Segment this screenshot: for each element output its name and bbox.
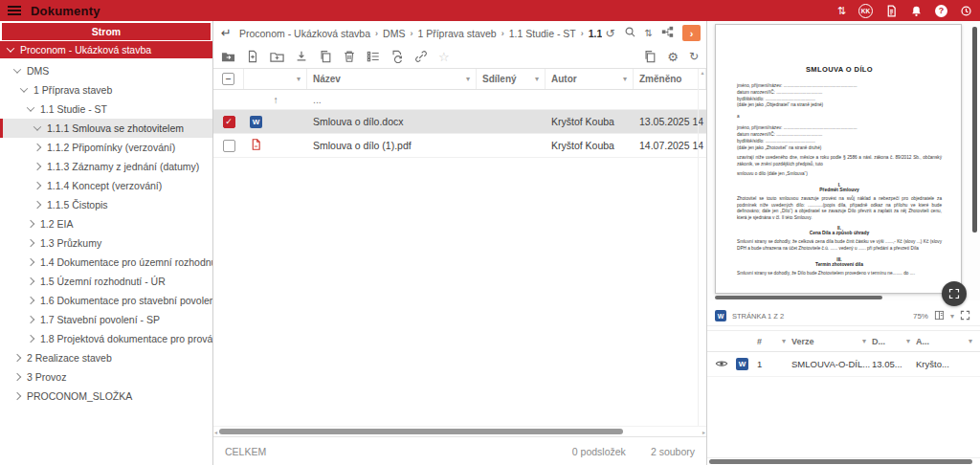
chevron-right-icon[interactable] (33, 163, 41, 170)
add-folder-icon[interactable] (270, 50, 284, 64)
breadcrumb-item[interactable]: Proconom - Ukázková stavba (239, 28, 370, 39)
chevron-down-icon[interactable] (27, 103, 34, 111)
chevron-down-icon[interactable] (33, 122, 41, 130)
chevron-right-icon[interactable] (27, 258, 34, 266)
user-avatar[interactable]: KK (858, 4, 873, 18)
checklist-icon[interactable] (367, 50, 380, 63)
filter-caret-icon[interactable]: ▾ (862, 337, 866, 346)
preview-vertical-scrollbar[interactable] (972, 27, 977, 232)
chevron-down-icon[interactable] (20, 84, 28, 92)
gear-icon[interactable]: ⚙ (667, 51, 679, 63)
breadcrumb-item[interactable]: DMS (383, 28, 405, 39)
download-icon[interactable] (295, 50, 308, 63)
tree-item[interactable]: 3 Provoz (0, 367, 212, 387)
column-version-number[interactable]: # (757, 337, 762, 346)
column-author[interactable]: Autor (551, 74, 577, 84)
chevron-down-icon[interactable] (7, 44, 14, 52)
filter-caret-icon[interactable]: ▾ (623, 75, 627, 83)
column-modified[interactable]: Změněno (639, 74, 681, 84)
breadcrumb-item[interactable]: 1.1 Studie - ST (509, 28, 576, 39)
tree-item[interactable]: 1 Příprava staveb (0, 80, 212, 100)
preview-horizontal-scrollbar[interactable] (715, 296, 882, 299)
select-all-checkbox[interactable]: – (222, 73, 234, 85)
row-checkbox[interactable] (223, 140, 235, 152)
filter-caret-icon[interactable]: ▾ (906, 337, 910, 346)
fullscreen-icon[interactable] (960, 310, 970, 322)
column-name[interactable]: Název (313, 74, 341, 84)
tree-item[interactable]: 1.5 Územní rozhodnutí - ÚR (0, 272, 212, 291)
layout-caret-icon[interactable]: ▾ (950, 312, 954, 321)
tree-item[interactable]: 1.1.4 Koncept (verzování) (0, 176, 212, 195)
tree-item[interactable]: 1.1.2 Připomínky (verzování) (0, 138, 212, 157)
tree-item[interactable]: Proconom - Ukázková stavba (0, 41, 212, 58)
tree-item[interactable]: 1.4 Dokumentace pro územní rozhodnutí DÚ… (0, 253, 212, 272)
move-to-folder-icon[interactable] (221, 50, 235, 64)
breadcrumb-item[interactable]: 1 Příprava staveb (417, 28, 496, 39)
back-icon[interactable]: ↵ (221, 26, 232, 40)
breadcrumb-item[interactable]: 1.1.1 Smlouva se zhotovitelem (589, 28, 602, 39)
favorite-star-icon[interactable]: ☆ (438, 51, 450, 63)
column-author[interactable]: A... (916, 337, 929, 346)
tree-item[interactable]: DMS (0, 61, 212, 80)
refresh-icon[interactable]: ↻ (689, 51, 699, 62)
tree-item[interactable]: PROCONOM_SLOŽKA (0, 387, 212, 406)
sort-icon[interactable]: ⇅ (645, 29, 653, 38)
chevron-down-icon[interactable] (13, 65, 21, 73)
copy-settings-icon[interactable] (643, 50, 657, 63)
add-file-icon[interactable] (246, 50, 259, 63)
chevron-right-icon[interactable] (33, 182, 41, 189)
tree-item[interactable]: 1.7 Stavební povolení - SP (0, 310, 212, 329)
copy-icon[interactable] (319, 50, 332, 63)
file-row[interactable]: Smlouva o dílo (1).pdfKryštof Kouba14.07… (213, 134, 706, 158)
parent-folder-row[interactable]: ↑ ... (213, 90, 706, 110)
file-row[interactable]: ✓WSmlouva o dílo.docxKryštof Kouba13.05.… (213, 110, 706, 134)
column-shared[interactable]: Sdílený (482, 74, 517, 84)
bell-icon[interactable] (910, 5, 923, 17)
chevron-right-icon[interactable] (33, 144, 41, 151)
history-clock-icon[interactable] (960, 5, 972, 17)
tree-item[interactable]: 1.1 Studie - ST (0, 100, 212, 119)
filter-caret-icon[interactable]: ▾ (782, 337, 786, 346)
row-checkbox[interactable]: ✓ (223, 116, 235, 128)
zoom-level[interactable]: 75% (913, 312, 928, 321)
chevron-right-icon[interactable] (13, 354, 21, 362)
column-version[interactable]: Verze (791, 337, 814, 346)
transfer-icon[interactable]: ⇅ (837, 6, 846, 16)
column-date[interactable]: D... (872, 337, 885, 346)
filter-caret-icon[interactable]: ▾ (297, 75, 301, 83)
link-icon[interactable] (414, 50, 428, 63)
preview-expand-button[interactable] (942, 281, 967, 306)
tree-item[interactable]: 2 Realizace staveb (0, 348, 212, 367)
up-arrow-icon[interactable]: ↑ (273, 94, 278, 105)
document-versions-icon[interactable] (390, 50, 404, 63)
search-icon[interactable] (624, 25, 636, 42)
tree-item[interactable]: 1.8 Projektová dokumentace pro provádění… (0, 329, 212, 348)
chevron-right-icon[interactable] (33, 201, 41, 209)
tree-item[interactable]: 1.3 Průzkumy (0, 233, 212, 253)
tree-item[interactable]: 1.1.1 Smlouva se zhotovitelem (0, 119, 212, 138)
panel-toggle-button[interactable]: › (682, 25, 701, 41)
history-icon[interactable]: ↺ (606, 28, 615, 39)
page-layout-icon[interactable] (934, 310, 945, 322)
document-icon[interactable] (885, 5, 898, 17)
version-row[interactable]: W1SMLOUVA-O-DÍL...13.05...Kryšto... (707, 352, 980, 377)
chevron-right-icon[interactable] (27, 277, 34, 285)
tree-item[interactable]: 1.2 EIA (0, 214, 212, 233)
tree-panel-header[interactable]: Strom (2, 23, 211, 40)
chevron-right-icon[interactable] (27, 297, 34, 304)
chevron-right-icon[interactable] (13, 373, 21, 381)
chevron-right-icon[interactable] (27, 239, 34, 247)
eye-icon[interactable] (715, 357, 728, 372)
tree-item[interactable]: 1.1.3 Záznamy z jednání (datumy) (0, 157, 212, 176)
chevron-right-icon[interactable] (27, 316, 34, 323)
hierarchy-icon[interactable] (661, 25, 674, 42)
chevron-right-icon[interactable] (13, 392, 21, 400)
delete-icon[interactable] (343, 50, 356, 63)
versions-horizontal-scrollbar[interactable] (707, 457, 980, 465)
tree-item[interactable]: 1.1.5 Čistopis (0, 195, 212, 214)
chevron-right-icon[interactable] (27, 220, 34, 228)
tree-item[interactable]: 1.6 Dokumentace pro stavební povolení - … (0, 291, 212, 310)
filter-caret-icon[interactable]: ▾ (535, 75, 539, 83)
help-icon[interactable]: ? (935, 5, 947, 17)
filter-caret-icon[interactable]: ▾ (466, 75, 470, 83)
